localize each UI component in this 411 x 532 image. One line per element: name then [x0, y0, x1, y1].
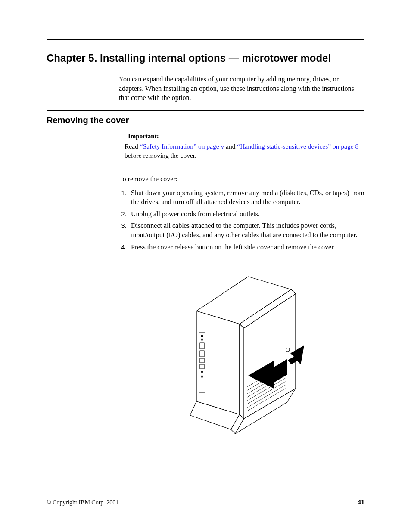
- page: Chapter 5. Installing internal options —…: [0, 0, 411, 532]
- section-title: Removing the cover: [47, 115, 364, 125]
- intro-paragraph: You can expand the capabilities of your …: [119, 75, 364, 103]
- microtower-illustration-icon: [175, 259, 308, 440]
- cover-removal-figure: [119, 259, 364, 440]
- svg-marker-6: [240, 324, 244, 419]
- important-note: Important: Read “Safety Information” on …: [119, 136, 364, 165]
- note-text-pre: Read: [125, 143, 140, 150]
- safety-info-link[interactable]: “Safety Information” on page v: [140, 143, 224, 150]
- note-body: Read “Safety Information” on page v and …: [125, 142, 359, 160]
- step-item: Unplug all power cords from electrical o…: [128, 209, 364, 219]
- note-text-mid: and: [224, 143, 237, 150]
- note-text-post: before removing the cover.: [125, 152, 196, 159]
- copyright-text: © Copyright IBM Corp. 2001: [47, 499, 118, 506]
- steps-list: Shut down your operating system, remove …: [119, 188, 364, 252]
- static-devices-link[interactable]: “Handling static-sensitive devices” on p…: [237, 143, 358, 150]
- step-item: Press the cover release button on the le…: [128, 243, 364, 252]
- section-body: Important: Read “Safety Information” on …: [119, 136, 364, 440]
- section-rule: [47, 110, 364, 111]
- page-footer: © Copyright IBM Corp. 2001 41: [47, 498, 364, 506]
- page-number: 41: [358, 498, 364, 506]
- step-item: Shut down your operating system, remove …: [128, 188, 364, 207]
- note-label: Important:: [125, 132, 162, 140]
- steps-lead: To remove the cover:: [119, 175, 364, 183]
- top-rule: [47, 39, 364, 40]
- intro-block: You can expand the capabilities of your …: [119, 75, 364, 103]
- chapter-title: Chapter 5. Installing internal options —…: [47, 52, 364, 64]
- svg-point-29: [286, 348, 290, 352]
- step-item: Disconnect all cables attached to the co…: [128, 221, 364, 240]
